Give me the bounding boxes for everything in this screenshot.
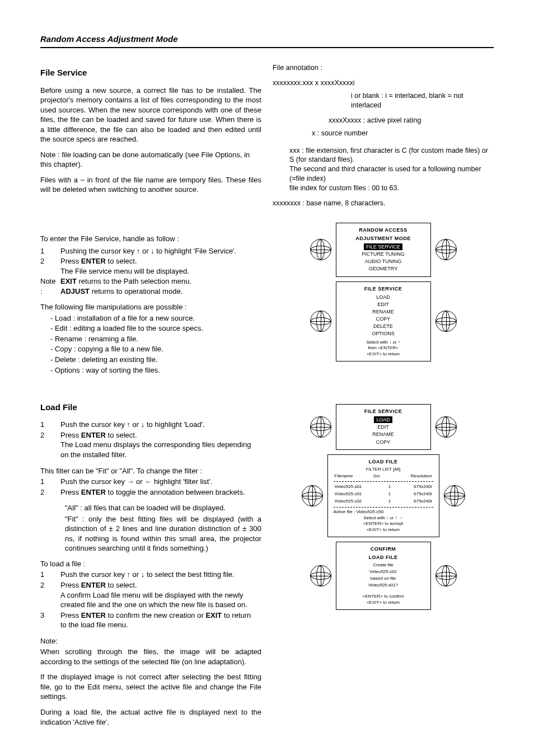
load-steps-1: 1 Push the cursor key ↑ or ↓ to highligh… (40, 420, 261, 460)
step-num: 1 (40, 477, 60, 487)
globe-icon (435, 311, 457, 332)
globe-icon (444, 485, 465, 506)
list-item: - Options : way of sorting the files. (50, 365, 261, 375)
chapter-title: Random Access Adjustment Mode (40, 34, 178, 44)
annotation-extension-2: The second and third character is used f… (289, 165, 494, 184)
fs-note-tempfiles: Files with a ~ in front of the file name… (40, 175, 261, 195)
step-num: 1 (40, 246, 60, 257)
globe-icon (435, 239, 457, 260)
annotation-label: File annotation : (273, 63, 494, 73)
step-num: 2 (40, 487, 60, 498)
step-text: Press ENTER to select. A confirm Load fi… (60, 580, 261, 611)
step-text: Push the cursor key → or ← highlight 'fi… (60, 477, 250, 487)
fs-note-autoload: Note : file loading can be done automati… (40, 150, 261, 170)
step-text: Push the cursor key ↑ or ↓ to highlight … (60, 420, 261, 430)
step-num: 3 (40, 611, 60, 631)
globe-icon (310, 239, 331, 260)
osd-confirm-load: CONFIRM LOAD FILE Create file Video525.c… (336, 542, 431, 610)
list-item: - Rename : renaming a file. (50, 334, 261, 344)
note-text: EXIT returns to the Path selection menu.… (60, 276, 241, 297)
fs-enter-title: To enter the File Service, handle as fol… (40, 234, 261, 244)
annotation-extension-1: xxx : file extension, first character is… (289, 146, 494, 165)
annotation-source-number: x : source number (312, 129, 494, 138)
file-annotation: File annotation : xxxxxxxx.xxx x xxxxXxx… (273, 63, 494, 208)
notes-p2: If the displayed image is not correct af… (40, 672, 261, 702)
step-num: 2 (40, 580, 60, 611)
notes-p3: During a load file, the actual active fi… (40, 707, 261, 727)
fs-enter-steps: 1 Pushing the cursor key ↑ or ↓ to highl… (40, 246, 241, 297)
list-item: - Load : installation of a file for a ne… (50, 313, 261, 323)
filter-fit-desc: "Fit" : only the best fitting files will… (65, 514, 261, 553)
list-item: - Edit : editing a loaded file to the so… (50, 323, 261, 334)
step-num: 1 (40, 570, 60, 580)
step-num: 2 (40, 430, 60, 461)
annotation-basename: xxxxxxxx : base name, 8 characters. (273, 199, 494, 208)
step-num: 2 (40, 256, 60, 276)
manip-title: The following file manipulations are pos… (40, 302, 261, 312)
step-num: 1 (40, 420, 60, 430)
notes-label: Note: (40, 636, 261, 646)
osd-file-service: FILE SERVICE LOAD EDIT RENAME COPY DELET… (336, 281, 431, 361)
step-text: Push the cursor key ↑ or ↓ to select the… (60, 570, 261, 580)
filter-steps: 1 Push the cursor key → or ← highlight '… (40, 477, 250, 497)
toload-steps: 1 Push the cursor key ↑ or ↓ to select t… (40, 570, 261, 630)
step-text: Press ENTER to toggle the annotation bet… (60, 487, 250, 498)
annotation-extension-3: file index for custom files : 00 to 63. (289, 184, 494, 193)
osd-file-service-load: FILE SERVICE LOAD EDIT RENAME COPY (336, 404, 431, 450)
globe-icon (302, 485, 323, 506)
notes-p1: When scrolling through the files, the im… (40, 647, 261, 666)
list-item: - Delete : deleting an existing file. (50, 355, 261, 365)
annotation-pixel-rating: xxxxXxxxx : active pixel rating (329, 116, 494, 125)
section-load-file-title: Load File (40, 402, 261, 413)
toload-title: To load a file : (40, 559, 261, 569)
filter-intro: This filter can be "Fit" or "All". To ch… (40, 466, 261, 476)
note-label: Note : (40, 276, 60, 297)
step-text: Pushing the cursor key ↑ or ↓ to highlig… (60, 246, 241, 257)
globe-icon (435, 416, 457, 438)
globe-icon (310, 565, 331, 586)
list-item: - Copy : copying a file to a new file. (50, 344, 261, 354)
osd-load-file: LOAD FILE FILTER LIST [All] FilenameSrcR… (327, 454, 439, 537)
globe-icon (310, 311, 331, 332)
step-text: Press ENTER to select. The Load menu dis… (60, 430, 261, 461)
globe-icon (435, 565, 457, 586)
annotation-interlaced: i or blank : i = interlaced, blank = not… (351, 91, 494, 110)
manip-list: - Load : installation of a file for a ne… (50, 313, 261, 375)
section-file-service-title: File Service (40, 67, 261, 78)
filter-all-desc: "All" : all files that can be loaded wil… (65, 503, 261, 513)
step-text: Press ENTER to select. The File service … (60, 256, 241, 276)
step-text: Press ENTER to confirm the new creation … (60, 611, 261, 631)
annotation-pattern: xxxxxxxx.xxx x xxxxXxxxxi (273, 78, 494, 88)
osd-random-access: RANDOM ACCESS ADJUSTMENT MODE FILE SERVI… (336, 223, 431, 277)
globe-icon (310, 416, 331, 438)
fs-intro: Before using a new source, a correct fil… (40, 86, 261, 144)
